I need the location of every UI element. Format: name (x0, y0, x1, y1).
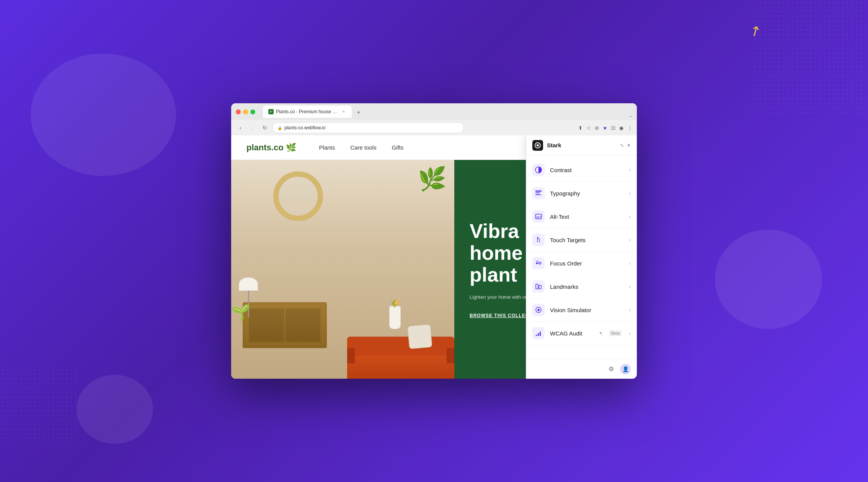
svg-rect-5 (535, 194, 541, 195)
svg-text:ALT: ALT (536, 216, 542, 218)
focus-order-chevron-icon: › (629, 260, 631, 266)
bg-decoration-1 (31, 54, 176, 176)
extensions-icon[interactable]: ⊘ (595, 125, 599, 131)
stark-menu-item-focus-order[interactable]: Focus Order › (526, 252, 637, 275)
plant-decoration: 🌿 (418, 168, 447, 191)
forward-button[interactable]: › (248, 123, 257, 132)
landmarks-label: Landmarks (550, 283, 623, 290)
vase: 🌾 (389, 306, 401, 329)
couch (347, 329, 454, 379)
wcag-audit-label: WCAG Audit (550, 330, 594, 337)
minimize-button[interactable] (243, 109, 248, 114)
vision-simulator-icon (532, 304, 545, 316)
landmarks-svg-icon (535, 283, 542, 290)
typography-icon (532, 187, 545, 199)
plant-decoration-2: 🌱 (231, 303, 250, 321)
stark-panel-footer: ⚙ 👤 (526, 359, 637, 379)
nav-link-plants[interactable]: Plants (319, 144, 335, 151)
hero-image: 🌿 🌱 🌾 (231, 160, 454, 379)
site-nav-links: Plants Care tools Gifts (319, 144, 404, 151)
typography-chevron-icon: › (629, 190, 631, 196)
landmarks-icon (532, 280, 545, 293)
wcag-beta-badge: Beta (609, 330, 622, 336)
svg-rect-16 (538, 333, 539, 336)
bg-decoration-3 (77, 375, 153, 444)
touch-svg-icon (535, 236, 542, 244)
new-tab-button[interactable]: + (353, 107, 364, 118)
svg-point-14 (537, 309, 538, 309)
lock-icon: 🔒 (277, 126, 282, 130)
maximize-button[interactable] (250, 109, 255, 114)
contrast-svg-icon (535, 166, 542, 174)
address-bar[interactable]: 🔒 plants-co.webflow.io (272, 122, 464, 133)
browser-toolbar-icons: ⬆ ☆ ⊘ ★ ⊡ ◉ ⋮ (578, 125, 632, 131)
svg-rect-4 (535, 192, 540, 193)
menu-icon[interactable]: ⋮ (627, 125, 632, 131)
stark-menu-item-typography[interactable]: Typography › (526, 182, 637, 205)
touch-targets-chevron-icon: › (629, 237, 631, 243)
touch-targets-label: Touch Targets (550, 237, 623, 243)
wcag-audit-chevron-icon: › (629, 330, 631, 336)
bg-decoration-2 (715, 230, 822, 329)
contrast-label: Contrast (550, 167, 623, 173)
stark-panel: Stark ⤡ ✕ (526, 160, 637, 379)
tab-close-button[interactable]: ✕ (341, 109, 346, 114)
stark-menu-item-touch-targets[interactable]: Touch Targets › (526, 228, 637, 252)
stark-menu-item-alt-text[interactable]: ALT Alt-Text › (526, 205, 637, 228)
site-logo: plants.co 🌿 (246, 143, 296, 153)
focus-svg-icon (535, 259, 542, 267)
svg-rect-3 (535, 191, 542, 192)
svg-rect-17 (540, 332, 541, 336)
alttext-label: Alt-Text (550, 213, 623, 220)
mirror (273, 171, 323, 221)
svg-point-9 (539, 262, 541, 264)
close-button[interactable] (236, 109, 241, 114)
bg-dots-right (753, 0, 868, 115)
alttext-chevron-icon: › (629, 213, 631, 220)
focus-order-label: Focus Order (550, 260, 623, 267)
share-icon[interactable]: ⬆ (578, 125, 582, 131)
browser-chrome: P Plants.co - Premium house pla… ✕ + ⌄ ‹… (231, 103, 637, 135)
pillow (407, 324, 432, 349)
alttext-icon: ALT (532, 210, 545, 223)
stark-menu-item-vision-simulator[interactable]: Vision Simulator › (526, 298, 637, 322)
tab-collapse-button[interactable]: ⌄ (629, 114, 632, 118)
settings-icon[interactable]: ⚙ (609, 365, 614, 373)
landmarks-chevron-icon: › (629, 283, 631, 290)
tab-title: Plants.co - Premium house pla… (276, 109, 337, 114)
url-text: plants-co.webflow.io (284, 125, 325, 130)
typography-label: Typography (550, 190, 623, 197)
stark-menu-item-landmarks[interactable]: Landmarks › (526, 275, 637, 298)
cursor-icon: ↖ (599, 331, 603, 336)
focus-order-icon (532, 257, 545, 269)
nav-link-care-tools[interactable]: Care tools (350, 144, 376, 151)
bookmark-icon[interactable]: ☆ (586, 125, 591, 131)
svg-rect-11 (539, 285, 541, 289)
nav-link-gifts[interactable]: Gifts (392, 144, 404, 151)
bg-dots-left (0, 367, 77, 444)
contrast-icon (532, 164, 545, 176)
stark-menu-item-contrast[interactable]: Contrast › (526, 160, 637, 182)
user-avatar[interactable]: 👤 (620, 364, 631, 375)
sidebar-icon[interactable]: ⊡ (611, 125, 615, 131)
browser-titlebar: P Plants.co - Premium house pla… ✕ + ⌄ (231, 103, 637, 120)
logo-leaf-icon: 🌿 (286, 143, 296, 153)
typography-svg-icon (535, 189, 542, 197)
reload-button[interactable]: ↻ (260, 123, 269, 132)
wcag-svg-icon (535, 329, 542, 337)
vision-simulator-chevron-icon: › (629, 307, 631, 313)
tab-bar: P Plants.co - Premium house pla… ✕ + ⌄ (263, 106, 632, 118)
stark-menu-item-wcag-audit[interactable]: WCAG Audit ↖ Beta › (526, 322, 637, 345)
tab-favicon: P (268, 109, 274, 114)
back-button[interactable]: ‹ (236, 123, 245, 132)
browser-addressbar: ‹ › ↻ 🔒 plants-co.webflow.io ⬆ ☆ ⊘ ★ ⊡ ◉… (231, 120, 637, 135)
logo-text: plants.co (246, 143, 284, 153)
website-content: plants.co 🌿 Plants Care tools Gifts (231, 135, 637, 379)
wcag-audit-icon (532, 327, 545, 339)
stark-menu-list: Contrast › Typography › (526, 160, 637, 359)
vision-simulator-label: Vision Simulator (550, 307, 623, 313)
profile-icon[interactable]: ◉ (619, 125, 623, 131)
stark-extension-icon[interactable]: ★ (603, 125, 607, 131)
browser-window: P Plants.co - Premium house pla… ✕ + ⌄ ‹… (231, 103, 637, 379)
active-tab[interactable]: P Plants.co - Premium house pla… ✕ (263, 106, 352, 118)
